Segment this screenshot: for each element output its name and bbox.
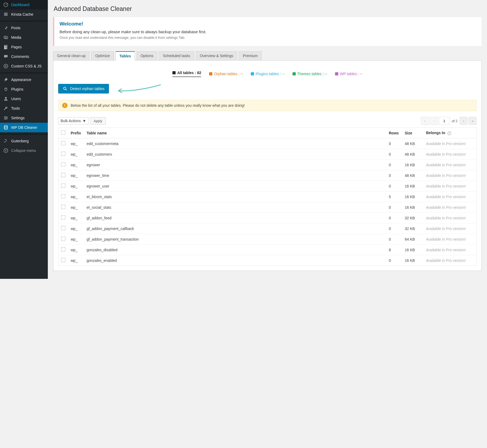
tab-premium[interactable]: Premium [239,51,262,61]
sidebar-item-plugins[interactable]: Plugins [0,84,48,94]
wrench-icon [3,106,9,111]
col-size[interactable]: Size [402,128,424,138]
filter-themes[interactable]: Themes tables : -- [293,71,327,77]
svg-point-15 [4,126,7,127]
svg-point-16 [4,149,8,153]
sidebar-item-label: WP DB Cleaner [11,125,37,130]
sidebar-item-collapse-menu[interactable]: Collapse menu [0,146,48,155]
bulk-actions-select[interactable]: Bulk Actions ▼ [58,117,88,125]
welcome-box: Welcome! Before doing any clean-up, plea… [53,17,482,46]
filter-plugins[interactable]: Plugins tables : -- [251,71,284,77]
sidebar-item-kinsta-cache[interactable]: Kinsta Cache [0,10,48,19]
sidebar-item-settings[interactable]: Settings [0,113,48,123]
collapse-icon [3,148,9,153]
warning-text: Below the list of all your tables. Pleas… [71,103,245,108]
select-all-checkbox[interactable] [61,130,65,135]
row-checkbox[interactable] [61,215,65,220]
detect-orphan-button[interactable]: Detect orphan tables [58,84,109,93]
sidebar-item-dashboard[interactable]: Dashboard [0,0,48,10]
page-last-button[interactable]: » [469,117,477,125]
row-size: 16 KB [402,191,424,202]
sidebar-item-wp-db-cleaner[interactable]: WP DB Cleaner [0,123,48,132]
row-rows: 0 [386,202,402,213]
panel: All tables : 82 Orphan tables : -- Plugi… [53,60,482,271]
sidebar-item-tools[interactable]: Tools [0,104,48,113]
tab-optimize[interactable]: Optimize [91,51,114,61]
row-checkbox[interactable] [61,194,65,198]
row-rows: 0 [386,138,402,149]
col-rows[interactable]: Rows [386,128,402,138]
sidebar-item-users[interactable]: Users [0,94,48,104]
row-prefix: wp_ [68,170,84,181]
sidebar-item-label: Plugins [11,87,23,91]
sidebar-item-label: Media [11,35,21,40]
row-checkbox[interactable] [61,152,65,156]
sidebar-item-label: Dashboard [11,3,29,7]
row-belongs: Available in Pro version! [424,170,477,181]
table-row: wp_gonzales_enabled016 KBAvailable in Pr… [58,255,477,266]
apply-button[interactable]: Apply [90,117,106,125]
page-next-button[interactable]: › [460,117,468,125]
filter-orphan[interactable]: Orphan tables : -- [209,71,243,77]
svg-point-14 [5,119,6,120]
dashboard-icon [3,2,9,7]
col-belongs: Belongs to i [424,128,477,138]
table-row: wp_gf_addon_feed032 KBAvailable in Pro v… [58,213,477,223]
main-content: Advanced Database Cleaner Welcome! Befor… [48,0,487,279]
svg-point-4 [5,37,6,38]
sidebar-item-gutenberg[interactable]: Gutenberg [0,136,48,146]
sidebar-item-posts[interactable]: Posts [0,23,48,33]
row-checkbox[interactable] [61,173,65,177]
row-name: gf_addon_feed [84,213,386,223]
row-checkbox[interactable] [61,205,65,209]
row-size: 32 KB [402,223,424,234]
sidebar-item-media[interactable]: Media [0,33,48,42]
square-icon [293,72,296,75]
row-checkbox[interactable] [61,247,65,251]
sidebar-item-custom-css-js[interactable]: Custom CSS & JS [0,61,48,71]
table-row: wp_et_social_stats016 KBAvailable in Pro… [58,202,477,213]
sidebar-item-comments[interactable]: Comments [0,52,48,61]
tab-scheduled-tasks[interactable]: Scheduled tasks [159,51,194,61]
warning-box: ! Below the list of all your tables. Ple… [58,100,477,111]
table-row: wp_et_bloom_stats516 KBAvailable in Pro … [58,191,477,202]
sidebar-item-appearance[interactable]: Appearance [0,75,48,84]
filter-wp[interactable]: WP tables : -- [335,71,362,77]
table-row: wp_egrower016 KBAvailable in Pro version… [58,160,477,170]
row-checkbox[interactable] [61,258,65,262]
welcome-line2: Once you read and understand this messag… [60,36,476,40]
row-size: 64 KB [402,234,424,245]
sidebar-item-pages[interactable]: Pages [0,42,48,52]
col-prefix[interactable]: Prefix [68,128,84,138]
row-checkbox[interactable] [61,184,65,188]
row-name: edd_customers [84,149,386,160]
tab-general-clean-up[interactable]: General clean-up [53,51,90,61]
square-icon [209,72,212,75]
page-prev-button[interactable]: ‹ [430,117,438,125]
tab-options[interactable]: Options [137,51,157,61]
filter-all[interactable]: All tables : 82 [172,71,201,77]
info-icon[interactable]: i [447,131,451,135]
page-first-button[interactable]: « [421,117,429,125]
tab-tables[interactable]: Tables [116,51,135,61]
row-checkbox[interactable] [61,162,65,167]
tab-overview-settings[interactable]: Overview & Settings [196,51,237,61]
svg-rect-1 [4,13,7,14]
row-checkbox[interactable] [61,237,65,241]
sidebar-item-label: Pages [11,45,22,49]
row-prefix: wp_ [68,234,84,245]
page-current-input[interactable] [439,117,450,125]
row-rows: 0 [386,234,402,245]
sidebar-item-label: Collapse menu [11,148,36,153]
row-belongs: Available in Pro version! [424,213,477,223]
welcome-heading: Welcome! [60,21,476,27]
col-name[interactable]: Table name [84,128,386,138]
svg-rect-6 [4,46,7,49]
row-checkbox[interactable] [61,141,65,145]
row-name: gf_addon_payment_callback [84,223,386,234]
row-checkbox[interactable] [61,226,65,230]
user-icon [3,96,9,101]
svg-point-12 [5,116,5,117]
row-rows: 0 [386,181,402,191]
row-name: et_social_stats [84,202,386,213]
